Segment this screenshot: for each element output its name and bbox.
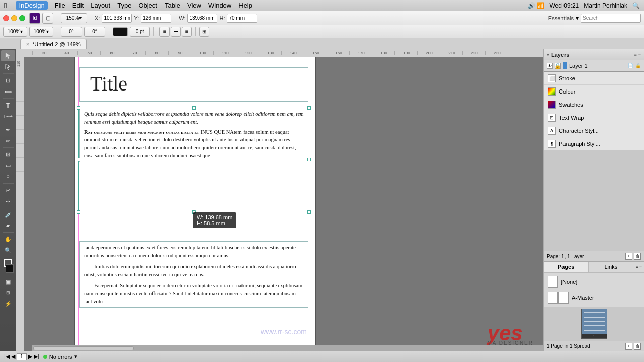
pages-tab[interactable]: Pages — [544, 262, 589, 272]
scrollbar-horizontal[interactable] — [32, 345, 543, 351]
error-label: No errors — [49, 354, 72, 360]
columns-btn[interactable]: ⊞ — [199, 27, 209, 37]
scale-h-value: 100% — [34, 29, 47, 34]
minimize-button[interactable] — [11, 15, 17, 21]
align-center-btn[interactable]: ☰ — [171, 27, 181, 37]
document-tab[interactable]: ✕ *Untitled-2 @ 149% — [20, 39, 87, 49]
menu-edit[interactable]: Edit — [72, 2, 84, 9]
ellipse-tool[interactable]: ○ — [1, 171, 15, 182]
new-page-btn[interactable]: + — [625, 343, 632, 350]
pen-tool[interactable]: ✒ — [1, 124, 15, 135]
swatches-panel-item[interactable]: Swatches — [544, 98, 644, 111]
zoom-tool[interactable]: 🔍 — [1, 245, 15, 256]
prev-page-btn-2[interactable]: ◀ — [11, 353, 15, 360]
scissors-tool[interactable]: ✂ — [1, 185, 15, 196]
layer-1-row[interactable]: 👁 🔒 Layer 1 📄 🔒 — [544, 60, 644, 71]
layer-visibility-toggle[interactable]: 👁 — [547, 63, 553, 69]
char-style-panel-item[interactable]: A Character Styl... — [544, 124, 644, 137]
menu-view[interactable]: View — [187, 2, 201, 9]
page-tool[interactable]: ⊡ — [1, 75, 15, 86]
type-tool[interactable]: T — [1, 100, 15, 111]
eyedropper-tool[interactable]: 💉 — [1, 209, 15, 220]
ruler-mark: 90 — [168, 51, 191, 55]
direct-selection-tool[interactable] — [1, 61, 15, 72]
type-on-path-tool[interactable]: T⟿ — [1, 111, 15, 122]
current-page-input[interactable] — [17, 353, 27, 360]
apple-menu[interactable]:  — [4, 1, 7, 10]
spread-info: 1 Page in 1 Spread — [547, 343, 590, 349]
delete-page-btn[interactable]: 🗑 — [634, 343, 641, 350]
layers-options-btn[interactable]: ≡ — [634, 52, 636, 57]
layers-collapse-btn[interactable]: − — [638, 52, 641, 57]
menu-window[interactable]: Window — [208, 2, 231, 9]
menu-type[interactable]: Type — [117, 2, 131, 9]
pages-collapse-btn[interactable]: − — [639, 264, 642, 269]
next-page-btn[interactable]: ▶ — [28, 353, 32, 360]
error-chevron[interactable]: ▾ — [74, 353, 77, 360]
layer-lock-toggle[interactable]: 🔒 — [555, 63, 561, 69]
maximize-button[interactable] — [19, 15, 25, 21]
chevron-scale-w: ▾ — [20, 29, 23, 34]
essentials-label: Essentials — [548, 15, 574, 21]
links-tab[interactable]: Links — [589, 262, 633, 272]
props-sep-1 — [57, 27, 57, 36]
page-1-thumb[interactable]: 1 — [581, 309, 607, 339]
h-input[interactable] — [227, 14, 257, 23]
search-icon[interactable]: 🔍 — [632, 2, 640, 9]
w-input[interactable] — [187, 14, 217, 23]
x-input[interactable] — [102, 14, 132, 23]
prev-page-btn[interactable]: |◀ — [4, 353, 10, 360]
gap-tool[interactable]: ⟺ — [1, 86, 15, 97]
menu-indesign[interactable]: InDesign — [16, 1, 47, 10]
close-button[interactable] — [3, 15, 9, 21]
body-frame-top[interactable]: Quis seque debis dipictis vellaborrore e… — [79, 108, 308, 162]
rectangle-tool[interactable]: ▭ — [1, 160, 15, 171]
frame-type-button[interactable]: ▢ — [42, 13, 53, 24]
colour-panel-item[interactable]: Colour — [544, 85, 644, 98]
rotation-input[interactable]: 0° — [61, 27, 82, 37]
delete-layer-btn[interactable]: 🗑 — [634, 253, 641, 260]
stroke-panel-item[interactable]: ⬜ Stroke — [544, 72, 644, 85]
rectangle-frame-tool[interactable]: ⊠ — [1, 149, 15, 160]
stroke-color-swatch[interactable] — [113, 27, 128, 36]
preview-mode[interactable]: ⊞ — [1, 287, 15, 298]
menu-layout[interactable]: Layout — [91, 2, 110, 9]
next-page-btn-2[interactable]: ▶| — [34, 353, 39, 360]
none-thumb[interactable] — [548, 276, 558, 288]
search-input[interactable] — [581, 14, 641, 23]
pages-options-btn[interactable]: ≡ — [635, 264, 638, 269]
stroke-width-input[interactable]: 0 pt — [130, 27, 150, 37]
body-frame-bottom[interactable]: landaeperum eos ut quatinus ex et faces … — [79, 241, 308, 308]
menu-help[interactable]: Help — [238, 2, 252, 9]
selection-tool[interactable] — [1, 50, 15, 61]
y-input[interactable] — [141, 14, 171, 23]
hand-tool[interactable]: ✋ — [1, 234, 15, 245]
zoom-dropdown[interactable]: 150% ▾ — [61, 13, 87, 23]
scrollbar-thumb[interactable] — [33, 346, 134, 350]
a-master-right-thumb[interactable] — [558, 292, 569, 304]
shear-input[interactable]: 0° — [84, 27, 105, 37]
scale-w-input-btn[interactable]: 100%▾ — [3, 27, 27, 37]
free-transform-tool[interactable]: ⊹ — [1, 196, 15, 207]
menu-object[interactable]: Object — [138, 2, 157, 9]
layers-panel-header[interactable]: ▾ Layers ≡ − — [544, 49, 644, 60]
para-style-panel-item[interactable]: ¶ Paragraph Styl... — [544, 137, 644, 150]
a-master-thumb-pair[interactable] — [548, 292, 569, 304]
fill-swatch[interactable] — [6, 264, 14, 273]
lightning-button[interactable]: ⚡ — [1, 298, 15, 309]
tooltip-width: W: 139.68 mm — [197, 214, 232, 220]
align-right-btn[interactable]: ≡ — [182, 27, 192, 37]
new-layer-btn[interactable]: + — [625, 253, 632, 260]
essentials-chevron[interactable]: ▾ — [576, 15, 579, 22]
align-left-btn[interactable]: ≡ — [159, 27, 170, 37]
a-master-left-thumb[interactable] — [548, 292, 558, 304]
normal-view[interactable]: ▣ — [1, 276, 15, 287]
menu-table[interactable]: Table — [165, 2, 180, 9]
scale-h-input-btn[interactable]: 100%▾ — [29, 27, 53, 37]
text-wrap-panel-item[interactable]: ⊡ Text Wrap — [544, 111, 644, 124]
title-frame[interactable]: Title — [79, 67, 308, 102]
gradient-tool[interactable]: ▰ — [1, 220, 15, 231]
pencil-tool[interactable]: ✏ — [1, 135, 15, 146]
menu-file[interactable]: File — [55, 2, 65, 9]
close-icon[interactable]: ✕ — [26, 42, 30, 47]
